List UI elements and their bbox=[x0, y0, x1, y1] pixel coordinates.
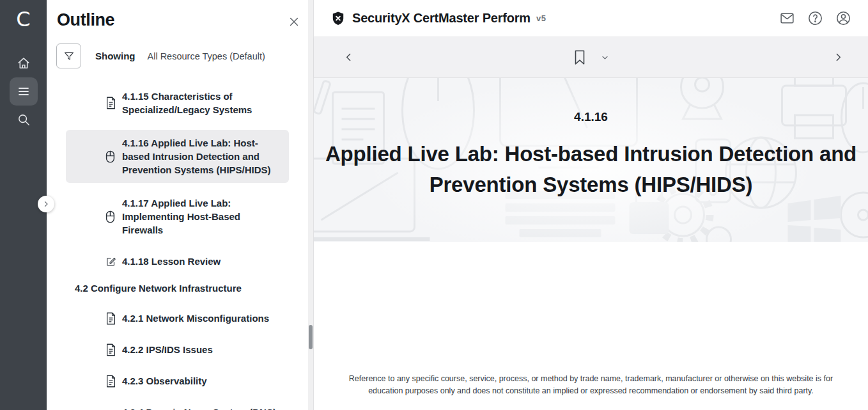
outline-item[interactable]: 4.2.3 Observability bbox=[66, 370, 289, 392]
outline-item[interactable]: 4.2.1 Network Misconfigurations bbox=[66, 307, 289, 329]
outline-item[interactable]: 4.1.18 Lesson Review bbox=[66, 250, 289, 272]
outline-scrollbar[interactable] bbox=[308, 0, 313, 410]
bookmark-menu-button[interactable] bbox=[601, 54, 608, 61]
document-icon bbox=[105, 97, 116, 109]
product-title: SecurityX CertMaster Perform bbox=[352, 11, 531, 26]
lesson-title: Applied Live Lab: Host-based Intrusion D… bbox=[316, 139, 867, 200]
messages-button[interactable] bbox=[779, 10, 795, 26]
close-icon bbox=[288, 15, 300, 28]
outline-item-label: 4.2.3 Observability bbox=[122, 374, 207, 388]
securityx-shield-icon bbox=[330, 11, 346, 26]
chevron-right-icon bbox=[833, 52, 844, 63]
main-header: SecurityX CertMaster Perform v5 bbox=[314, 0, 868, 37]
lesson-number: 4.1.16 bbox=[314, 110, 868, 124]
outline-item-label: 4.1.16 Applied Live Lab: Host-based Intr… bbox=[122, 136, 284, 177]
lesson-navbar bbox=[314, 37, 868, 78]
outline-item-label: 4.1.18 Lesson Review bbox=[122, 255, 221, 268]
filter-funnel-icon bbox=[63, 51, 75, 62]
previous-lesson-button[interactable] bbox=[343, 52, 354, 63]
sidebar-item-outline[interactable] bbox=[10, 77, 38, 106]
filter-value[interactable]: All Resource Types (Default) bbox=[148, 51, 265, 61]
sidebar-item-home[interactable] bbox=[10, 49, 38, 77]
outline-list: 4.1.15 Characteristics of Specialized/Le… bbox=[47, 85, 313, 410]
outline-item-label: 4.1.15 Characteristics of Specialized/Le… bbox=[122, 90, 284, 116]
document-icon bbox=[105, 343, 116, 356]
search-icon bbox=[17, 113, 31, 127]
mouse-icon bbox=[105, 150, 116, 163]
filter-button[interactable] bbox=[56, 43, 81, 68]
document-icon bbox=[105, 312, 116, 325]
outline-close-button[interactable] bbox=[288, 15, 300, 28]
outline-item[interactable]: 4.1.15 Characteristics of Specialized/Le… bbox=[66, 85, 289, 121]
outline-item-label: 4.1.17 Applied Live Lab: Implementing Ho… bbox=[122, 196, 284, 237]
account-button[interactable] bbox=[835, 10, 851, 26]
main-content: SecurityX CertMaster Perform v5 bbox=[314, 0, 868, 410]
document-icon bbox=[105, 375, 116, 388]
bookmark-button[interactable] bbox=[573, 50, 585, 65]
outline-item[interactable]: 4.1.16 Applied Live Lab: Host-based Intr… bbox=[66, 130, 289, 183]
help-button[interactable] bbox=[807, 10, 823, 26]
lesson-content-area: Reference to any specific course, servic… bbox=[314, 242, 868, 410]
edit-icon bbox=[105, 256, 116, 267]
outline-menu-icon bbox=[17, 84, 31, 99]
lesson-banner: 4.1.16 Applied Live Lab: Host-based Intr… bbox=[314, 78, 868, 242]
mouse-icon bbox=[105, 210, 116, 223]
chevron-right-icon bbox=[42, 200, 50, 208]
account-icon bbox=[835, 10, 851, 26]
outline-panel-title: Outline bbox=[57, 10, 114, 30]
next-lesson-button[interactable] bbox=[833, 52, 844, 63]
outline-item[interactable]: 4.1.17 Applied Live Lab: Implementing Ho… bbox=[66, 192, 289, 241]
outline-scrollbar-thumb[interactable] bbox=[309, 325, 313, 349]
chevron-down-icon bbox=[601, 54, 608, 61]
product-version: v5 bbox=[536, 13, 546, 23]
mail-icon bbox=[779, 10, 795, 26]
outline-panel: Outline Showing All Resource Types (Defa… bbox=[47, 0, 314, 410]
disclaimer-text: Reference to any specific course, servic… bbox=[341, 373, 841, 397]
filter-showing-label: Showing bbox=[95, 51, 136, 61]
outline-item-label: 4.2.4 Domain Name System (DNS) Security bbox=[122, 406, 284, 410]
panel-expand-button[interactable] bbox=[38, 196, 54, 212]
chevron-left-icon bbox=[343, 52, 354, 63]
home-icon bbox=[17, 56, 31, 70]
outline-item[interactable]: 4.2.2 IPS/IDS Issues bbox=[66, 338, 289, 361]
outline-item-label: 4.2.1 Network Misconfigurations bbox=[122, 311, 269, 325]
help-circle-icon bbox=[807, 10, 823, 26]
bookmark-icon bbox=[573, 50, 585, 65]
sidebar-item-search[interactable] bbox=[10, 106, 38, 134]
outline-item[interactable]: 4.2.4 Domain Name System (DNS) Security bbox=[66, 401, 289, 410]
outline-item-label: 4.2.2 IPS/IDS Issues bbox=[122, 343, 213, 356]
outline-section-header[interactable]: 4.2 Configure Network Infrastructure bbox=[75, 281, 289, 295]
comptia-logo: C bbox=[16, 5, 30, 33]
